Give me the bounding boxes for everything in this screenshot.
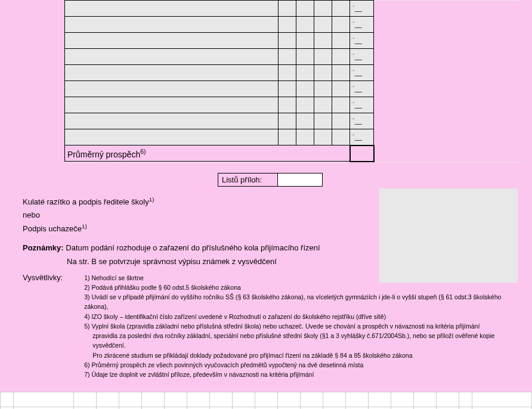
footer-cell (391, 392, 413, 407)
footer-cell (1, 392, 14, 407)
explanation-item: 5) Vyplní škola (zpravidla základní nebo… (84, 321, 509, 331)
explanation-item: 4) IZO školy – identifikační číslo zaříz… (84, 312, 509, 321)
footer-cell (368, 392, 391, 407)
grade-row: ´__ (65, 81, 519, 97)
grade-cell[interactable] (296, 129, 314, 145)
grades-table: ´__´__´__´__´__´__´__´__´__ Průměrný pro… (64, 0, 519, 162)
grade-row: ´__ (65, 65, 519, 81)
grade-cell[interactable] (314, 97, 332, 113)
grade-cell[interactable] (332, 129, 350, 145)
grade-cell[interactable] (314, 81, 332, 97)
grade-cell[interactable] (296, 97, 314, 113)
term-avg-cell: ´__ (350, 81, 374, 97)
grade-cell[interactable] (314, 129, 332, 145)
grade-cell[interactable] (296, 1, 314, 17)
term-avg-cell: ´__ (350, 129, 374, 145)
explanation-item: zpravidla za poslední dva ročníky základ… (84, 331, 509, 351)
footer-cell (1, 407, 14, 409)
footer-grid (0, 392, 532, 409)
subject-cell[interactable] (65, 113, 279, 129)
explanations: Vysvětlivky: 1) Nehodící se škrtne2) Pod… (23, 273, 509, 380)
grade-cell[interactable] (296, 113, 314, 129)
subject-cell[interactable] (65, 81, 279, 97)
grade-cell[interactable] (279, 17, 296, 33)
average-label: Průměrný prospěch (67, 149, 140, 159)
subject-cell[interactable] (65, 33, 279, 49)
average-row: Průměrný prospěch6) (65, 145, 519, 162)
subject-cell[interactable] (65, 129, 279, 145)
footer-cell (73, 392, 96, 407)
footer-area: Vzor SŠ-denní (0, 392, 532, 409)
footer-cell (472, 392, 532, 407)
grade-cell[interactable] (332, 1, 350, 17)
footer-cell (413, 392, 436, 407)
footer-cell (255, 407, 277, 409)
footer-cell (413, 407, 436, 409)
footer-cell (141, 392, 164, 407)
average-value-cell[interactable] (350, 145, 374, 162)
grade-cell[interactable] (314, 33, 332, 49)
explanation-item: 2) Podává přihlášku podle § 60 odst.5 šk… (84, 283, 509, 292)
subject-cell[interactable] (65, 65, 279, 81)
grade-cell[interactable] (314, 65, 332, 81)
footer-cell (368, 407, 391, 409)
footer-cell (323, 407, 345, 409)
footer-cell (232, 407, 255, 409)
term-avg-cell: ´__ (350, 97, 374, 113)
grade-cell[interactable] (279, 129, 296, 145)
footer-cell (119, 407, 141, 409)
footer-cell (345, 407, 368, 409)
footer-cell (255, 392, 277, 407)
grade-cell[interactable] (332, 49, 350, 65)
grade-cell[interactable] (279, 81, 296, 97)
grade-cell[interactable] (332, 97, 350, 113)
explanation-item: 7) Údaje lze doplnit ve zvláštní příloze… (84, 370, 509, 379)
grade-cell[interactable] (279, 49, 296, 65)
footer-cell (391, 407, 413, 409)
footer-cell (459, 392, 472, 407)
subject-cell[interactable] (65, 17, 279, 33)
grade-row: ´__ (65, 33, 519, 49)
stamp-placeholder (379, 188, 518, 283)
term-avg-cell: ´__ (350, 49, 374, 65)
subject-cell[interactable] (65, 97, 279, 113)
footer-cell (209, 407, 232, 409)
subject-cell[interactable] (65, 1, 279, 17)
grade-cell[interactable] (314, 49, 332, 65)
grade-row: ´__ (65, 113, 519, 129)
grade-row: ´__ (65, 97, 519, 113)
grade-cell[interactable] (314, 113, 332, 129)
grade-cell[interactable] (332, 17, 350, 33)
term-avg-cell: ´__ (350, 33, 374, 49)
footer-cell (187, 407, 209, 409)
grade-cell[interactable] (279, 65, 296, 81)
grade-cell[interactable] (332, 33, 350, 49)
grade-cell[interactable] (296, 81, 314, 97)
grade-cell[interactable] (332, 65, 350, 81)
term-avg-cell: ´__ (350, 113, 374, 129)
subject-cell[interactable] (65, 49, 279, 65)
grade-cell[interactable] (314, 1, 332, 17)
grade-cell[interactable] (314, 17, 332, 33)
footer-cell (209, 392, 232, 407)
grade-cell[interactable] (279, 33, 296, 49)
footer-cell (345, 392, 368, 407)
grade-cell[interactable] (296, 33, 314, 49)
grade-cell[interactable] (279, 113, 296, 129)
grade-cell[interactable] (279, 97, 296, 113)
grade-cell[interactable] (296, 49, 314, 65)
footer-cell (436, 407, 459, 409)
footer-cell (96, 407, 119, 409)
attachments-box: Listů příloh: (218, 173, 520, 187)
explanation-item: Pro zkrácené studium se přikládají dokla… (84, 351, 509, 360)
grade-row: ´__ (65, 49, 519, 65)
term-avg-cell: ´__ (350, 1, 374, 17)
attachments-value[interactable] (278, 173, 323, 186)
grade-cell[interactable] (279, 1, 296, 17)
grade-cell[interactable] (296, 65, 314, 81)
explanation-item: 6) Průměrný prospěch ze všech povinných … (84, 360, 509, 370)
footer-cell (187, 392, 209, 407)
grade-cell[interactable] (296, 17, 314, 33)
grade-cell[interactable] (332, 81, 350, 97)
grade-cell[interactable] (332, 113, 350, 129)
